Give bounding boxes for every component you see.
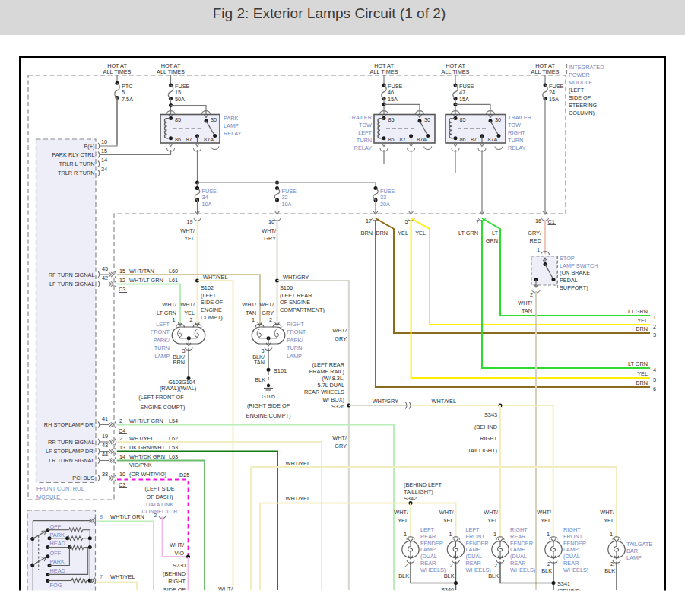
svg-text:LAMP: LAMP [287,353,302,360]
svg-text:BLK: BLK [604,567,615,574]
svg-text:YEL: YEL [604,517,614,524]
svg-text:14: 14 [119,453,125,460]
svg-text:17: 17 [366,218,372,224]
svg-text:20A: 20A [380,201,390,208]
svg-text:GRY/: GRY/ [528,230,542,237]
svg-text:LT: LT [492,230,499,237]
svg-text:LAMP: LAMP [154,353,170,360]
svg-text:INTEGRATED: INTEGRATED [569,64,604,71]
svg-text:85: 85 [388,116,395,123]
svg-text:RELAY: RELAY [224,130,242,137]
svg-text:(LEFT SIDE: (LEFT SIDE [144,485,174,492]
svg-text:GRY: GRY [264,235,276,242]
svg-text:FRONT: FRONT [287,329,306,335]
svg-text:86: 86 [388,136,395,143]
svg-text:VIO/PNK: VIO/PNK [129,462,152,468]
svg-text:(BEHIND LEFT: (BEHIND LEFT [404,481,442,488]
svg-text:14: 14 [101,157,107,164]
svg-text:WHT/: WHT/ [484,509,499,516]
svg-text:WHT/: WHT/ [180,301,195,308]
svg-text:30: 30 [495,116,501,123]
svg-text:FRONT CONTROL: FRONT CONTROL [36,485,84,492]
svg-text:45: 45 [102,265,108,272]
svg-text:WHT/YEL: WHT/YEL [110,573,135,580]
svg-text:G105: G105 [262,393,275,400]
svg-text:WHT/YEL: WHT/YEL [432,398,456,405]
svg-text:1: 1 [449,531,452,538]
svg-text:5: 5 [404,218,408,225]
svg-text:(LEFT FRONT OF: (LEFT FRONT OF [138,394,184,401]
svg-text:C3: C3 [119,286,125,293]
svg-text:TRLR L TURN: TRLR L TURN [59,160,94,167]
svg-text:L62: L62 [169,435,178,442]
svg-text:(RIGHT SIDE OF: (RIGHT SIDE OF [247,402,290,409]
svg-text:REAR: REAR [466,560,481,567]
svg-text:ENGINE COMPT): ENGINE COMPT) [246,412,291,419]
svg-text:STEERING: STEERING [569,102,598,109]
svg-text:REAR: REAR [510,560,525,567]
svg-text:1: 1 [493,531,496,538]
svg-text:LT GRN: LT GRN [458,230,478,237]
svg-text:BLK: BLK [488,573,499,579]
svg-text:8: 8 [100,513,103,520]
svg-text:43: 43 [102,442,108,449]
svg-text:42: 42 [102,275,108,281]
svg-text:BLK: BLK [398,573,409,579]
svg-text:RR TURN SIGNAL: RR TURN SIGNAL [48,439,95,446]
svg-text:RIGHT: RIGHT [287,321,304,328]
svg-text:RIGHT: RIGHT [563,526,581,533]
svg-text:WHT/: WHT/ [332,327,347,334]
svg-text:WHT/LT GRN: WHT/LT GRN [129,277,163,284]
svg-text:WHT/: WHT/ [259,301,274,308]
svg-text:COMPT): COMPT) [201,314,223,321]
svg-text:7.5A: 7.5A [122,96,133,103]
svg-text:WHEELS): WHEELS) [563,567,588,573]
svg-text:50A: 50A [175,96,185,103]
svg-text:2: 2 [494,562,497,569]
svg-text:10: 10 [268,218,274,225]
svg-text:30: 30 [424,116,430,123]
svg-text:GRY: GRY [335,443,347,449]
svg-text:(RWAL)(W/AL): (RWAL)(W/AL) [160,385,196,392]
svg-text:TOW: TOW [508,122,521,129]
svg-text:WHT/: WHT/ [242,301,257,308]
svg-text:W/ BOX): W/ BOX) [322,396,344,403]
svg-text:ALL TIMES: ALL TIMES [442,68,470,75]
svg-text:LAMP: LAMP [510,546,525,553]
svg-text:87: 87 [400,136,406,143]
svg-text:WHT/TAN: WHT/TAN [129,268,154,275]
svg-text:YEL: YEL [398,230,408,237]
svg-text:BLK: BLK [255,376,265,383]
svg-text:1: 1 [610,531,613,538]
svg-text:RED: RED [530,237,541,244]
svg-text:REAR: REAR [563,560,579,567]
svg-text:TAILGATE: TAILGATE [626,541,652,548]
svg-text:YEL: YEL [443,517,454,524]
svg-text:WHEELS): WHEELS) [510,567,535,573]
svg-text:PARK/: PARK/ [287,337,303,344]
svg-text:PCI BUS: PCI BUS [72,475,94,481]
svg-text:TAILLIGHT): TAILLIGHT) [468,447,497,454]
svg-text:SIDE OF: SIDE OF [201,299,224,306]
svg-text:7: 7 [476,218,479,225]
svg-text:LT GRN: LT GRN [628,360,648,367]
svg-text:YEL: YEL [415,230,426,237]
svg-text:S342: S342 [404,495,417,502]
svg-text:2: 2 [653,323,656,330]
svg-text:2: 2 [404,562,408,569]
svg-text:S101: S101 [274,367,287,374]
svg-text:FRAME RAIL): FRAME RAIL) [309,368,344,375]
svg-text:FENDER: FENDER [563,540,586,547]
svg-text:LAMP: LAMP [420,546,436,553]
svg-text:2: 2 [449,562,452,569]
svg-text:41: 41 [102,415,108,422]
svg-text:L54: L54 [169,418,178,424]
svg-text:PARK RLY CTRL: PARK RLY CTRL [52,151,95,158]
svg-text:44: 44 [102,451,108,458]
svg-text:1: 1 [172,316,175,323]
svg-text:(LEFT: (LEFT [569,87,585,94]
svg-text:1: 1 [404,531,407,538]
svg-text:GRN: GRN [486,237,498,244]
svg-text:ALL TIMES: ALL TIMES [370,68,398,75]
svg-text:HEAD: HEAD [50,540,65,547]
